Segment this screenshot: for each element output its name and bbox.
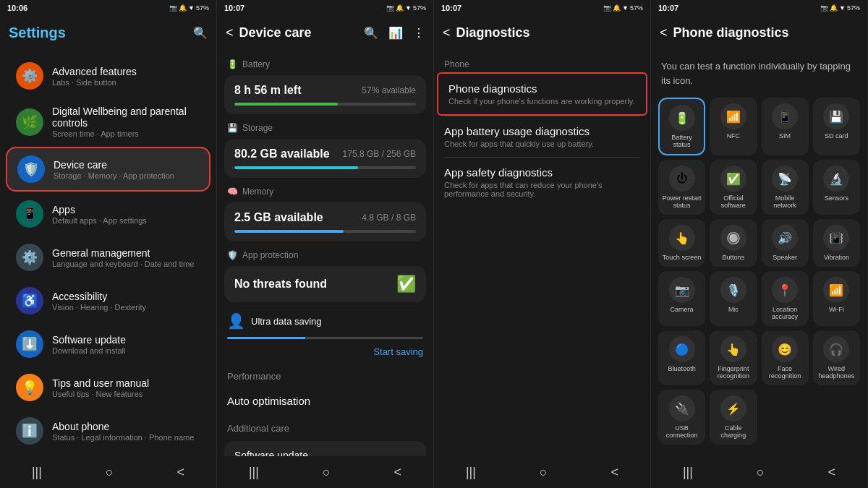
- perf-header: Performance: [217, 364, 433, 386]
- settings-item-6[interactable]: ⬇️ Software update Download and install: [6, 323, 210, 365]
- phone-diag-sub: Check if your phone's functions are work…: [448, 97, 636, 106]
- nav-home-3[interactable]: ○: [540, 465, 548, 480]
- settings-text-6: Software update Download and install: [52, 334, 200, 355]
- more-icon[interactable]: ⋮: [413, 26, 425, 40]
- diag-cell-label-2: SIM: [779, 132, 791, 140]
- nav-back-4[interactable]: <: [828, 465, 836, 480]
- battery-progress: [234, 103, 416, 106]
- diag-cell-icon-13: 🎙️: [720, 277, 746, 303]
- phone-diagnostics-panel: 10:07 📷 🔔 ▼ 57% < Phone diagnostics You …: [651, 0, 868, 488]
- app-safety-diag-item[interactable]: App safety diagnostics Check for apps th…: [434, 158, 650, 207]
- chart-icon[interactable]: 📊: [388, 26, 403, 40]
- diag-cell-6[interactable]: 📡 Mobile network: [762, 160, 809, 215]
- search-icon[interactable]: 🔍: [193, 26, 208, 40]
- nav-back-1[interactable]: <: [177, 465, 185, 480]
- search-icon-2[interactable]: 🔍: [364, 26, 378, 40]
- diag-cell-2[interactable]: 📱 SIM: [762, 98, 809, 155]
- diag-cell-21[interactable]: ⚡ Cable charging: [710, 390, 757, 445]
- diag-cell-label-11: Vibration: [824, 254, 849, 261]
- settings-text-7: Tips and user manual Useful tips · New f…: [52, 377, 200, 398]
- diag-cell-10[interactable]: 🔊 Speaker: [762, 219, 809, 267]
- settings-item-4[interactable]: ⚙️ General management Language and keybo…: [6, 236, 210, 278]
- diag-cell-16[interactable]: 🔵 Bluetooth: [658, 330, 705, 385]
- phone-diag-item[interactable]: Phone diagnostics Check if your phone's …: [437, 72, 647, 116]
- settings-icon-5: ♿: [16, 287, 43, 314]
- battery-card[interactable]: 8 h 56 m left 57% available: [224, 75, 426, 114]
- back-arrow-3[interactable]: <: [443, 25, 451, 40]
- settings-sub-4: Language and keyboard · Date and time: [52, 260, 200, 268]
- app-battery-sub: Check for apps that quickly use up batte…: [444, 140, 640, 148]
- phone-section-label: Phone: [434, 53, 650, 72]
- settings-title-5: Accessibility: [52, 291, 200, 302]
- memory-card[interactable]: 2.5 GB available 4.8 GB / 8 GB: [224, 202, 426, 241]
- sw-update-title: Software update: [234, 450, 416, 456]
- software-update-item[interactable]: Software update Last checked on 18 Augus…: [224, 441, 426, 456]
- nav-home-1[interactable]: ○: [106, 465, 114, 480]
- app-prot-card[interactable]: No threats found ✅: [224, 266, 426, 302]
- nav-recent-3[interactable]: |||: [466, 465, 476, 480]
- diag-cell-label-19: Wired headphones: [816, 365, 857, 380]
- settings-icon-6: ⬇️: [16, 330, 43, 358]
- settings-sub-5: Vision · Hearing · Dexterity: [52, 303, 200, 312]
- memory-progress: [234, 230, 416, 233]
- back-arrow-4[interactable]: <: [660, 25, 668, 40]
- diag-cell-13[interactable]: 🎙️ Mic: [710, 271, 757, 326]
- memory-fill: [234, 230, 344, 233]
- battery-value: 8 h 56 m left: [234, 84, 301, 97]
- ultra-bar: [227, 337, 423, 339]
- start-saving-btn[interactable]: Start saving: [373, 346, 423, 357]
- status-time-3: 10:07: [441, 4, 461, 12]
- app-battery-diag-item[interactable]: App battery usage diagnostics Check for …: [434, 116, 650, 157]
- device-care-title: Device care: [239, 25, 364, 40]
- diag-cell-icon-5: ✅: [720, 166, 746, 192]
- nav-home-2[interactable]: ○: [323, 465, 331, 480]
- nav-back-3[interactable]: <: [611, 465, 619, 480]
- settings-text-1: Digital Wellbeing and parental controls …: [52, 106, 200, 138]
- auto-opt[interactable]: Auto optimisation: [217, 386, 433, 416]
- diag-cell-5[interactable]: ✅ Official software: [710, 160, 757, 215]
- settings-item-8[interactable]: ℹ️ About phone Status · Legal informatio…: [6, 410, 210, 452]
- settings-item-1[interactable]: 🌿 Digital Wellbeing and parental control…: [6, 98, 210, 145]
- phone-diag-desc: You can test a function individually by …: [651, 53, 867, 93]
- settings-item-2[interactable]: 🛡️ Device care Storage · Memory · App pr…: [6, 147, 210, 192]
- status-bar-1: 10:06 📷 🔔 ▼ 57%: [0, 0, 216, 16]
- settings-item-5[interactable]: ♿ Accessibility Vision · Hearing · Dexte…: [6, 280, 210, 322]
- diag-cell-3[interactable]: 💾 SD card: [813, 98, 860, 155]
- nav-recent-4[interactable]: |||: [683, 465, 693, 480]
- nav-recent-2[interactable]: |||: [249, 465, 259, 480]
- nav-back-2[interactable]: <: [394, 465, 402, 480]
- diag-cell-label-13: Mic: [728, 306, 739, 313]
- diag-cell-18[interactable]: 😊 Face recognition: [762, 330, 809, 385]
- diag-cell-icon-19: 🎧: [823, 336, 849, 362]
- settings-icon-7: 💡: [16, 374, 43, 401]
- diag-cell-20[interactable]: 🔌 USB connection: [658, 390, 705, 445]
- diag-cell-17[interactable]: 👆 Fingerprint recognition: [710, 330, 757, 385]
- back-arrow-2[interactable]: <: [226, 25, 234, 40]
- nav-recent-1[interactable]: |||: [32, 465, 42, 480]
- status-bar-2: 10:07 📷 🔔 ▼ 57%: [217, 0, 433, 16]
- settings-header: Settings 🔍: [0, 16, 216, 49]
- diag-cell-15[interactable]: 📶 Wi-Fi: [813, 271, 860, 326]
- diag-cell-11[interactable]: 📳 Vibration: [813, 219, 860, 267]
- nav-home-4[interactable]: ○: [757, 465, 765, 480]
- diag-cell-4[interactable]: ⏻ Power restart status: [658, 160, 705, 215]
- settings-text-3: Apps Default apps · App settings: [52, 204, 200, 225]
- bottom-nav-3: ||| ○ <: [434, 456, 650, 488]
- diag-cell-icon-12: 📷: [669, 277, 695, 303]
- diag-cell-12[interactable]: 📷 Camera: [658, 271, 705, 326]
- diag-cell-label-18: Face recognition: [765, 365, 806, 380]
- settings-text-5: Accessibility Vision · Hearing · Dexteri…: [52, 291, 200, 312]
- diag-cell-19[interactable]: 🎧 Wired headphones: [813, 330, 860, 385]
- settings-item-3[interactable]: 📱 Apps Default apps · App settings: [6, 193, 210, 235]
- diag-cell-1[interactable]: 📶 NFC: [710, 98, 757, 155]
- diag-cell-14[interactable]: 📍 Location accuracy: [762, 271, 809, 326]
- diag-cell-7[interactable]: 🔬 Sensors: [813, 160, 860, 215]
- settings-item-0[interactable]: ⚙️ Advanced features Labs · Side button: [6, 55, 210, 97]
- no-threats: No threats found: [234, 278, 327, 291]
- diag-cell-8[interactable]: 👆 Touch screen: [658, 219, 705, 267]
- diag-cell-9[interactable]: 🔘 Buttons: [710, 219, 757, 267]
- diag-cell-0[interactable]: 🔋 Battery status: [658, 98, 705, 155]
- settings-item-7[interactable]: 💡 Tips and user manual Useful tips · New…: [6, 367, 210, 408]
- storage-card[interactable]: 80.2 GB available 175.8 GB / 256 GB: [224, 139, 426, 178]
- storage-section: 💾 Storage: [217, 117, 433, 136]
